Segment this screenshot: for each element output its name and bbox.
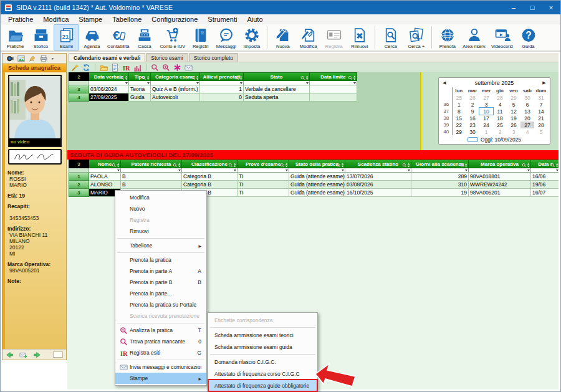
row-number-cell[interactable]: 2 <box>69 181 89 189</box>
open-folder-icon[interactable] <box>100 63 108 71</box>
filter-cell-patente-richiesta[interactable] <box>121 168 182 173</box>
menu-item-trova-pratica-mancante[interactable]: Trova pratica mancante0 <box>115 336 206 347</box>
column-header-data-verbale[interactable]: Data verbale <box>89 72 129 81</box>
toolbar-button-cerca[interactable]: Cerca + <box>403 24 429 50</box>
cell-data-r-row-1[interactable]: 16/06 <box>531 173 559 181</box>
cell-stato-della-pratica-row-3[interactable]: Guida (attende esame) <box>289 189 345 197</box>
menu-item-analizza-la-pratica[interactable]: Analizza la praticaT <box>115 325 206 336</box>
ir-icon[interactable]: IR <box>122 63 130 71</box>
filter-cell-marca-operativa[interactable] <box>469 168 531 173</box>
toolbar-button-storico[interactable]: Storico <box>28 24 54 50</box>
calendar-day[interactable]: 23 <box>466 122 479 128</box>
calendar-day[interactable]: 24 <box>479 122 493 128</box>
cell-scadenza-statino-row-1[interactable]: 13/07/2026 <box>345 173 411 181</box>
cell-prove-d-esame-row-2[interactable]: TI <box>237 181 289 189</box>
menu-item-scheda-ammissione-esami-guida[interactable]: Scheda ammissione esami guida <box>208 341 317 353</box>
tab-calendario-esami-e-verbali[interactable]: Calendario esami e verbali <box>69 53 145 62</box>
column-header-allievi-prenotati[interactable]: Allievi prenotati <box>200 72 244 81</box>
maximize-button[interactable]: □ <box>523 1 542 14</box>
column-header-tipo[interactable]: Tipo <box>129 72 151 81</box>
calendar-day[interactable]: 25 <box>493 122 507 128</box>
cell-data-verbale-row-4[interactable]: 27/09/2025 <box>89 93 129 102</box>
calendar-day[interactable]: 3 <box>479 101 493 108</box>
camera-icon[interactable] <box>6 55 14 62</box>
menu-item-rimuovi[interactable]: Rimuovi <box>115 226 206 237</box>
filter-cell-classificazione[interactable] <box>182 168 237 173</box>
filter-cell-stato[interactable] <box>244 81 310 85</box>
toolbar-button-guida[interactable]: ?Guida <box>515 24 541 50</box>
toolbar-button-imposta[interactable]: Imposta <box>239 24 264 50</box>
calendar-day[interactable]: 2 <box>466 101 479 108</box>
magic-wand-icon[interactable] <box>71 63 79 71</box>
cell-giorni-alla-scadenza-row-3[interactable]: 19 <box>411 189 469 197</box>
menu-item-prenota-la-pratica[interactable]: Prenota la pratica <box>115 254 206 265</box>
cell-stato-row-4[interactable]: Seduta aperta <box>244 93 310 102</box>
calendar-day[interactable]: 16 <box>466 115 479 122</box>
column-header-data-limite[interactable]: Data limite <box>310 72 357 81</box>
cell-nome-row-1[interactable]: PAOLA <box>89 173 121 181</box>
filter-cell-nome[interactable] <box>89 168 121 173</box>
menu-item-stampe[interactable]: Stampe▶ <box>115 373 206 384</box>
filter-cell-giorni-alla-scadenza[interactable] <box>411 168 469 173</box>
minimize-button[interactable]: – <box>504 1 523 14</box>
mail-icon[interactable] <box>185 63 193 71</box>
menu-item-prenota-la-pratica-su-portale[interactable]: Prenota la pratica su Portale <box>115 299 206 310</box>
column-header-patente-richiesta[interactable]: Patente richiesta <box>121 160 182 168</box>
refresh-icon[interactable] <box>82 63 90 71</box>
toolbar-button-pratiche[interactable]: Pratiche <box>2 24 28 50</box>
cell-data-r-row-3[interactable]: 16/07 <box>531 189 559 197</box>
column-header-giorni-alla-scadenza[interactable]: Giorni alla scadenza <box>411 160 469 168</box>
cell-categoria-esame-row-4[interactable]: Autoveicoli <box>151 93 200 102</box>
calendar-day[interactable]: 20 <box>520 115 534 122</box>
filter-cell-data-r[interactable] <box>531 168 559 173</box>
calendar-day[interactable]: 4 <box>520 128 534 135</box>
cell-allievi-prenotati-row-3[interactable]: 1 <box>200 85 244 93</box>
cell-data-limite-row-3[interactable] <box>310 85 357 93</box>
cell-data-verbale-row-3[interactable]: 03/06/2024 <box>89 85 129 93</box>
tab-storico-completo[interactable]: Storico completo <box>189 53 238 62</box>
next-arrow-icon[interactable] <box>33 351 41 359</box>
cell-stato-della-pratica-row-1[interactable]: Guida (attende esame) <box>289 173 345 181</box>
calendar-day[interactable]: 7 <box>534 101 548 108</box>
toolbar-button-nuova[interactable]: Nuova <box>270 24 295 50</box>
tab-storico-esami[interactable]: Storico esami <box>146 53 188 62</box>
toolbar-button-conto-e-iuv[interactable]: Conto e IUV <box>157 24 188 50</box>
menu-aiuto[interactable]: Aiuto <box>242 16 267 23</box>
column-header-categoria-esame[interactable]: Categoria esame <box>151 72 200 81</box>
toolbar-button-area-riserv[interactable]: Area riserv. <box>460 24 489 50</box>
calendar-day[interactable]: 26 <box>466 94 479 101</box>
menu-item-prenota-in-parte-b[interactable]: Prenota in parte BB <box>115 277 206 288</box>
filter-cell-categoria-esame[interactable] <box>151 81 200 85</box>
calendar-day[interactable]: 13 <box>520 108 534 115</box>
calendar-day[interactable]: 11 <box>493 108 507 115</box>
toolbar-button-contabilit[interactable]: €Contabilità <box>105 24 132 50</box>
calendar-day[interactable]: 10 <box>479 108 493 115</box>
calendar-day[interactable]: 1 <box>479 128 493 135</box>
filter-cell-scadenza-statino[interactable] <box>345 168 411 173</box>
menu-item-registra-esiti[interactable]: IRRegistra esitiG <box>115 347 206 358</box>
toolbar-button-videocorsi[interactable]: Videocorsi <box>489 24 515 50</box>
menu-tabellone[interactable]: Tabellone <box>107 16 146 23</box>
menu-pratiche[interactable]: Pratiche <box>3 16 38 23</box>
calendar-day[interactable]: 17 <box>479 115 493 122</box>
cell-data-r-row-2[interactable]: 19/06 <box>531 181 559 189</box>
cell-prove-d-esame-row-1[interactable]: TI <box>237 173 289 181</box>
column-header-classificazione[interactable]: Classificazione <box>182 160 237 168</box>
menu-item-invia-messaggi-e-comunicazioni[interactable]: Invia messaggi e comunicazioni <box>115 361 206 373</box>
menu-item-nuovo[interactable]: Nuovo <box>115 203 206 214</box>
calendar-day[interactable]: 26 <box>507 122 520 128</box>
filter-cell-prove-d-esame[interactable] <box>237 168 289 173</box>
calendar-day[interactable]: 29 <box>507 94 520 101</box>
cell-giorni-alla-scadenza-row-2[interactable]: 310 <box>411 181 469 189</box>
cell-categoria-esame-row-3[interactable]: Quiz A e B (inform.) <box>151 85 200 93</box>
print-icon[interactable] <box>40 55 47 62</box>
toolbar-button-prenota[interactable]: Prenota <box>434 24 460 50</box>
send-mail-icon[interactable] <box>19 351 27 359</box>
calendar-day[interactable]: 18 <box>493 115 507 122</box>
cell-classificazione-row-1[interactable]: Categoria B <box>182 173 237 181</box>
calendar-prev-icon[interactable]: ◀ <box>441 80 448 85</box>
cell-classificazione-row-2[interactable]: Categoria B <box>182 181 237 189</box>
menu-item-modifica[interactable]: Modifica <box>115 192 206 203</box>
calendar-day[interactable]: 9 <box>466 108 479 115</box>
search-plus-small-icon[interactable] <box>162 63 170 71</box>
